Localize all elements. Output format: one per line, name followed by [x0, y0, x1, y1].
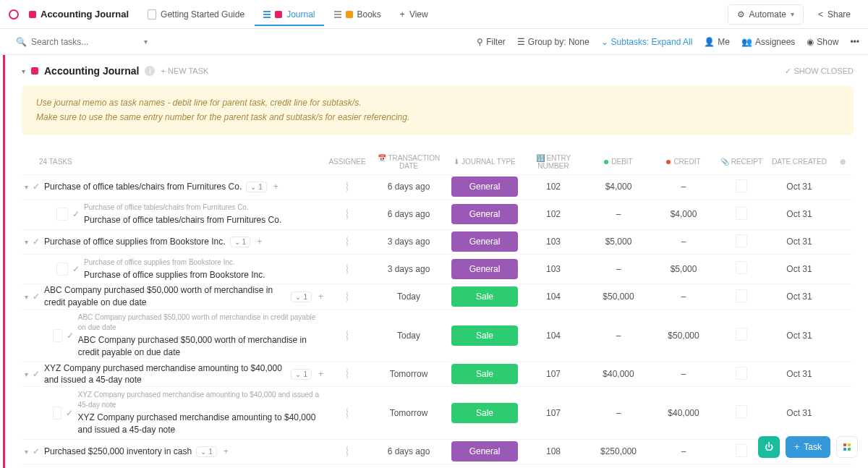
assignee-cell[interactable]: [326, 182, 369, 192]
apps-fab[interactable]: [836, 436, 858, 458]
credit-cell[interactable]: –: [651, 182, 716, 192]
caret-icon[interactable]: ▾: [25, 238, 28, 246]
col-date-created[interactable]: DATE CREATED: [767, 158, 832, 166]
type-cell[interactable]: General: [448, 204, 521, 224]
subtask-badge[interactable]: ⌄1: [230, 237, 251, 247]
debit-cell[interactable]: $4,000: [586, 182, 651, 192]
receipt-cell[interactable]: [716, 179, 767, 195]
table-row[interactable]: ▾ ✓ ABC Company purchased $50,000 worth …: [22, 284, 854, 309]
date-cell[interactable]: 3 days ago: [369, 264, 448, 274]
search-input[interactable]: [31, 37, 140, 47]
type-cell[interactable]: Sale: [448, 403, 521, 423]
check-icon[interactable]: ✓: [33, 446, 40, 456]
col-entry-number[interactable]: 🔢 ENTRY NUMBER: [521, 154, 586, 170]
check-icon[interactable]: ✓: [33, 237, 40, 247]
credit-cell[interactable]: –: [651, 369, 716, 379]
entry-cell[interactable]: 102: [521, 182, 586, 192]
table-row[interactable]: ✓ XYZ Company purchased merchandise amou…: [22, 386, 854, 439]
type-cell[interactable]: General: [448, 259, 521, 279]
add-subtask-button[interactable]: +: [316, 369, 326, 379]
credit-cell[interactable]: –: [651, 446, 716, 456]
table-row[interactable]: ▾ ✓ Purchase of office supplies from Boo…: [22, 229, 854, 254]
date-cell[interactable]: 6 days ago: [369, 182, 448, 192]
entry-cell[interactable]: 104: [521, 292, 586, 302]
check-icon[interactable]: ✓: [33, 182, 40, 192]
task-title[interactable]: Purchase of office supplies from Booksto…: [84, 270, 265, 280]
date-cell[interactable]: Today: [369, 292, 448, 302]
receipt-cell[interactable]: [716, 328, 767, 343]
col-journal-type[interactable]: ⬇ JOURNAL TYPE: [448, 158, 521, 166]
task-title[interactable]: XYZ Company purchased merchandise amount…: [44, 362, 286, 387]
type-cell[interactable]: Sale: [448, 286, 521, 307]
tab-journal[interactable]: Journal: [255, 4, 323, 25]
credit-cell[interactable]: $50,000: [651, 331, 716, 341]
task-title[interactable]: Purchase of office tables/chairs from Fu…: [84, 215, 281, 225]
col-transaction-date[interactable]: 📅 TRANSACTION DATE: [369, 154, 448, 170]
date-cell[interactable]: Tomorrow: [369, 369, 448, 379]
date-cell[interactable]: 3 days ago: [369, 237, 448, 247]
record-icon[interactable]: [9, 9, 19, 20]
subtask-badge[interactable]: ⌄1: [291, 369, 312, 380]
more-button[interactable]: •••: [850, 37, 859, 47]
group-button[interactable]: ☰Group by: None: [517, 37, 590, 47]
type-cell[interactable]: General: [448, 176, 521, 197]
automate-button[interactable]: ⚙ Automate ▾: [728, 4, 804, 25]
check-icon[interactable]: ✓: [72, 264, 80, 274]
caret-icon[interactable]: ▾: [25, 293, 28, 301]
assignee-cell[interactable]: [326, 209, 369, 219]
credit-cell[interactable]: $5,000: [651, 264, 716, 274]
debit-cell[interactable]: –: [586, 209, 651, 219]
credit-cell[interactable]: $4,000: [651, 209, 716, 219]
credit-cell[interactable]: –: [651, 292, 716, 302]
receipt-cell[interactable]: [716, 207, 767, 222]
entry-cell[interactable]: 108: [521, 446, 586, 456]
subtask-badge[interactable]: ⌄1: [291, 292, 312, 302]
entry-cell[interactable]: 104: [521, 331, 586, 341]
type-cell[interactable]: General: [448, 441, 521, 461]
timer-fab[interactable]: ⏻: [758, 436, 780, 458]
type-cell[interactable]: General: [448, 231, 521, 252]
type-cell[interactable]: Sale: [448, 364, 521, 384]
debit-cell[interactable]: –: [586, 331, 651, 341]
add-column-button[interactable]: ⊕: [832, 158, 854, 166]
assignee-cell[interactable]: [326, 292, 369, 302]
add-subtask-button[interactable]: +: [255, 237, 264, 247]
add-subtask-button[interactable]: +: [316, 292, 326, 302]
table-row[interactable]: ✓ Purchase of office supplies from Books…: [22, 254, 854, 284]
add-subtask-button[interactable]: +: [221, 446, 231, 456]
task-title[interactable]: ABC Company purchased $50,000 worth of m…: [78, 335, 307, 357]
table-row[interactable]: ✓ Purchased $250,000 inventory in cash P…: [22, 464, 854, 468]
new-task-button[interactable]: + NEW TASK: [161, 67, 208, 75]
subtask-badge[interactable]: ⌄1: [246, 182, 267, 192]
show-button[interactable]: ◉Show: [807, 37, 838, 47]
assignee-cell[interactable]: [326, 264, 369, 274]
entry-cell[interactable]: 107: [521, 408, 586, 418]
receipt-cell[interactable]: [716, 261, 767, 276]
subtasks-button[interactable]: ⌄Subtasks: Expand All: [601, 37, 693, 47]
caret-icon[interactable]: ▾: [25, 448, 28, 456]
credit-cell[interactable]: –: [651, 237, 716, 247]
task-title[interactable]: ABC Company purchased $50,000 worth of m…: [44, 284, 286, 309]
entry-cell[interactable]: 103: [521, 237, 586, 247]
assignee-cell[interactable]: [326, 237, 369, 247]
entry-cell[interactable]: 107: [521, 369, 586, 379]
check-icon[interactable]: ✓: [33, 369, 40, 379]
col-debit[interactable]: DEBIT: [586, 158, 651, 166]
table-row[interactable]: ✓ ABC Company purchased $50,000 worth of…: [22, 309, 854, 362]
debit-cell[interactable]: $250,000: [586, 446, 651, 456]
date-cell[interactable]: Today: [369, 331, 448, 341]
col-assignee[interactable]: ASSIGNEE: [326, 158, 369, 166]
date-cell[interactable]: 6 days ago: [369, 209, 448, 219]
assignee-cell[interactable]: [326, 446, 369, 456]
entry-cell[interactable]: 102: [521, 209, 586, 219]
assignees-button[interactable]: 👥Assignees: [741, 37, 795, 47]
info-icon[interactable]: i: [145, 66, 155, 76]
date-cell[interactable]: 6 days ago: [369, 446, 448, 456]
collapse-icon[interactable]: ▾: [22, 67, 25, 75]
breadcrumb-title[interactable]: Accounting Journal: [20, 3, 137, 25]
assignee-cell[interactable]: [326, 408, 369, 418]
add-view-button[interactable]: + View: [391, 5, 437, 24]
debit-cell[interactable]: $40,000: [586, 369, 651, 379]
show-closed-button[interactable]: ✓ SHOW CLOSED: [785, 67, 854, 76]
filter-button[interactable]: ⚲Filter: [477, 37, 506, 47]
